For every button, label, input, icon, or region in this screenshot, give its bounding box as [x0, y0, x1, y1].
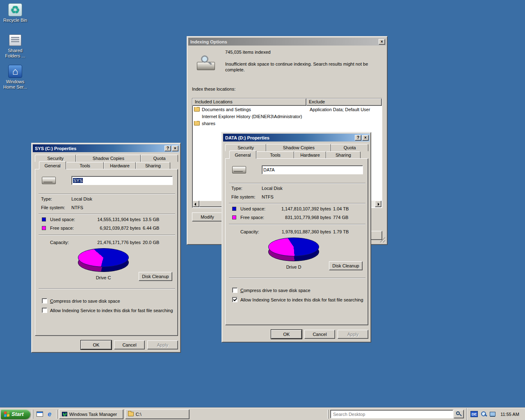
folder-icon	[194, 121, 200, 126]
help-icon[interactable]: ?	[355, 135, 361, 141]
toolbar-grip[interactable]	[56, 410, 57, 419]
window-title: DATA (D:) Properties	[225, 135, 269, 140]
disk-cleanup-button[interactable]: Disk Cleanup	[139, 272, 172, 281]
tab-tools[interactable]: Tools	[256, 151, 294, 158]
allow-indexing-checkbox[interactable]	[232, 297, 237, 302]
quick-launch-show-desktop[interactable]	[35, 409, 45, 419]
desktop-search-band	[326, 410, 464, 419]
cancel-button[interactable]: Cancel	[304, 330, 335, 339]
allow-indexing-checkbox[interactable]	[42, 308, 47, 313]
disk-cleanup-button[interactable]: Disk Cleanup	[329, 261, 363, 270]
desktop-search-tray-icon[interactable]	[481, 411, 487, 417]
window-title: Indexing Options	[190, 39, 227, 44]
location-text: Documents and Settings	[202, 107, 251, 112]
allow-indexing-label: Allow Indexing Service to index this dis…	[50, 308, 173, 313]
start-label: Start	[11, 411, 24, 417]
task-manager-icon	[62, 412, 67, 416]
task-button-task-manager[interactable]: Windows Task Manager	[59, 409, 123, 419]
tab-quota[interactable]: Quota	[141, 155, 178, 162]
monitor-tray-icon[interactable]	[490, 412, 495, 416]
drive-c-pie-chart	[78, 248, 129, 273]
tab-shadow-copies[interactable]: Shadow Copies	[266, 144, 331, 151]
used-space-size: 1.04 TB	[333, 206, 349, 212]
ok-button[interactable]: OK	[81, 340, 112, 349]
volume-label-input[interactable]: SYS	[71, 176, 173, 185]
drive-icon	[42, 177, 56, 184]
capacity-bytes: 1,978,911,887,360 bytes	[265, 229, 331, 235]
window-title: SYS (C:) Properties	[35, 146, 76, 151]
language-indicator[interactable]: DE	[470, 411, 478, 417]
quick-launch-internet-explorer[interactable]: e	[45, 409, 55, 419]
list-row-shares[interactable]: shares	[192, 120, 382, 127]
desktop-icon-windows-home-server[interactable]: ⌂ Windows Home Ser...	[1, 65, 30, 90]
capacity-bytes: 21,476,171,776 bytes	[75, 240, 141, 245]
start-button[interactable]: Start	[1, 409, 30, 419]
search-desktop-input[interactable]	[330, 410, 453, 418]
compress-label: Compress drive to save disk space	[50, 299, 120, 304]
used-space-bytes: 1,147,810,107,392 bytes	[265, 206, 331, 212]
list-row-documents-and-settings[interactable]: Documents and Settings Application Data;…	[192, 106, 382, 113]
windows-logo-icon	[4, 411, 9, 417]
close-icon[interactable]: ×	[379, 39, 385, 45]
folder-icon	[128, 412, 134, 416]
toolbar-grip[interactable]	[32, 410, 33, 419]
desktop-icon-recycle-bin[interactable]: ♻ Recycle Bin	[1, 3, 30, 23]
desktop-icon-shared-folders[interactable]: Shared Folders ...	[1, 34, 30, 59]
tab-quota[interactable]: Quota	[331, 144, 368, 151]
used-space-bytes: 14,555,131,904 bytes	[75, 217, 141, 222]
desktop-icon-label: Recycle Bin	[1, 18, 30, 23]
column-header-exclude[interactable]: Exclude	[306, 98, 382, 106]
index-locations-label: Index these locations:	[192, 87, 235, 92]
close-icon[interactable]: ×	[362, 135, 369, 141]
data-titlebar[interactable]: DATA (D:) Properties ? ×	[223, 134, 370, 142]
clock[interactable]: 11:55 AM	[498, 412, 521, 417]
tab-hardware[interactable]: Hardware	[294, 151, 326, 158]
compress-checkbox[interactable]	[232, 288, 237, 293]
help-icon[interactable]: ?	[164, 146, 171, 151]
type-label: Type:	[231, 186, 242, 191]
modify-button[interactable]: Modify	[192, 212, 223, 221]
list-row-ie-history[interactable]: Internet Explorer History (DIENER3\Admin…	[192, 113, 382, 120]
ok-button[interactable]: OK	[271, 330, 302, 339]
tab-sharing[interactable]: Sharing	[326, 151, 361, 158]
toolbar-grip[interactable]	[327, 410, 329, 419]
indexing-titlebar[interactable]: Indexing Options ×	[188, 38, 386, 46]
sys-titlebar[interactable]: SYS (C:) Properties ? ×	[33, 144, 179, 152]
apply-button[interactable]: Apply	[338, 330, 368, 339]
drive-icon	[232, 166, 246, 173]
volume-label-text: SYS	[73, 178, 83, 183]
tab-general[interactable]: General	[229, 151, 256, 159]
close-icon[interactable]: ×	[172, 146, 178, 151]
tab-general[interactable]: General	[39, 161, 66, 169]
scroll-right-icon[interactable]	[375, 201, 381, 207]
free-space-size: 774 GB	[333, 215, 348, 220]
used-space-legend-swatch	[42, 217, 46, 221]
volume-label-input[interactable]: DATA	[262, 165, 363, 174]
tab-shadow-copies[interactable]: Shadow Copies	[76, 155, 141, 162]
scroll-left-icon[interactable]	[193, 201, 199, 207]
free-space-bytes: 831,101,779,968 bytes	[265, 215, 331, 220]
desktop: ♻ Recycle Bin Shared Folders ... ⌂ Windo…	[0, 0, 525, 420]
home-server-icon: ⌂	[8, 65, 22, 78]
tab-hardware[interactable]: Hardware	[104, 162, 136, 169]
drive-caption: Drive C	[78, 275, 129, 280]
type-value: Local Disk	[71, 196, 92, 202]
cancel-button[interactable]: Cancel	[114, 340, 145, 349]
task-button-c-drive[interactable]: C:\	[125, 409, 189, 419]
filesystem-value: NTFS	[262, 194, 274, 200]
exclude-text: Application Data; Default User	[306, 107, 370, 112]
free-space-bytes: 6,921,039,872 bytes	[75, 226, 141, 231]
desktop-icon-label: Windows Home Ser...	[1, 79, 30, 90]
drive-d-pie-chart	[268, 237, 319, 262]
tab-sharing[interactable]: Sharing	[136, 162, 170, 169]
free-space-legend-swatch	[42, 226, 46, 230]
tab-tools[interactable]: Tools	[66, 162, 104, 169]
location-text: Internet Explorer History (DIENER3\Admin…	[202, 114, 302, 119]
type-label: Type:	[41, 196, 52, 202]
apply-button[interactable]: Apply	[147, 340, 178, 349]
compress-checkbox[interactable]	[42, 298, 47, 304]
recycle-bin-icon: ♻	[8, 3, 22, 16]
search-go-button[interactable]	[454, 410, 464, 418]
column-header-included-locations[interactable]: Included Locations	[192, 98, 306, 106]
system-tray: DE 11:55 AM	[466, 408, 525, 420]
